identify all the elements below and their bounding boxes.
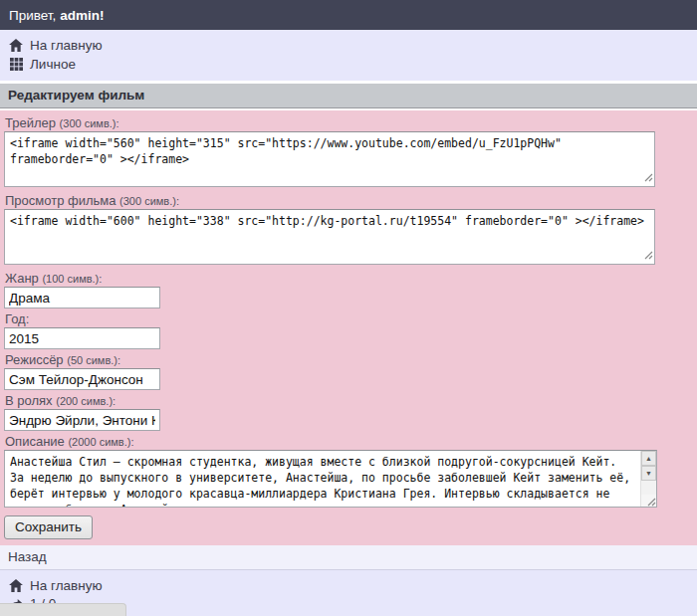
home-icon [8,38,24,53]
watch-textarea[interactable]: <iframe width="600" height="338" src="ht… [4,209,655,265]
watch-label: Просмотр фильма (300 симв.): [4,193,693,209]
director-label: Режиссёр (50 симв.): [4,352,693,368]
scroll-track[interactable] [641,481,656,495]
description-hint: (2000 симв.): [68,436,133,448]
watch-field-wrap: <iframe width="600" height="338" src="ht… [4,209,655,265]
description-field-wrap: Анастейша Стил — скромная студентка, жив… [4,450,657,508]
scroll-up-icon[interactable]: ▲ [641,451,656,466]
trailer-hint: (300 симв.): [60,117,119,129]
genre-input[interactable] [4,287,160,308]
home-icon [8,578,24,593]
nav-home-label: На главную [30,38,103,53]
cast-hint: (200 симв.): [56,395,116,407]
year-input[interactable] [4,327,160,349]
genre-hint: (100 симв.): [42,273,102,285]
footer-link-home[interactable]: На главную [8,576,689,594]
save-button[interactable]: Сохранить [4,515,93,539]
director-hint: (50 симв.): [67,354,120,366]
scroll-down-icon[interactable]: ▼ [641,466,656,481]
description-scrollbar[interactable]: ▲ ▼ [640,451,656,507]
trailer-label: Трейлер (300 симв.): [4,115,693,131]
browser-status-bubble [0,603,126,616]
resize-grip-icon[interactable] [641,495,656,507]
footer-home-label: На главную [30,578,103,593]
cast-input[interactable] [4,409,160,431]
genre-label: Жанр (100 симв.): [4,271,693,287]
director-input[interactable] [4,368,160,390]
trailer-textarea[interactable]: <iframe width="560" height="315" src="ht… [4,131,655,187]
nav-link-home[interactable]: На главную [8,36,689,55]
nav-link-personal[interactable]: Личное [8,55,689,74]
topbar: Привет, admin! [0,0,697,30]
greeting-text: Привет, [9,8,56,23]
grid-icon [8,57,24,72]
page-title: Редактируем фильм [0,84,697,108]
description-label: Описание (2000 симв.): [4,434,693,450]
year-label: Год: [4,311,693,327]
back-link[interactable]: Назад [0,545,697,570]
cast-label: В ролях (200 симв.): [4,393,693,409]
nav-personal-label: Личное [30,57,76,72]
nav-section: На главную Личное [0,30,697,81]
trailer-field-wrap: <iframe width="560" height="315" src="ht… [4,131,655,187]
watch-hint: (300 симв.): [119,195,179,207]
edit-film-form: Трейлер (300 симв.): <iframe width="560"… [0,110,697,545]
description-textarea[interactable]: Анастейша Стил — скромная студентка, жив… [5,451,640,507]
username: admin! [60,8,104,23]
